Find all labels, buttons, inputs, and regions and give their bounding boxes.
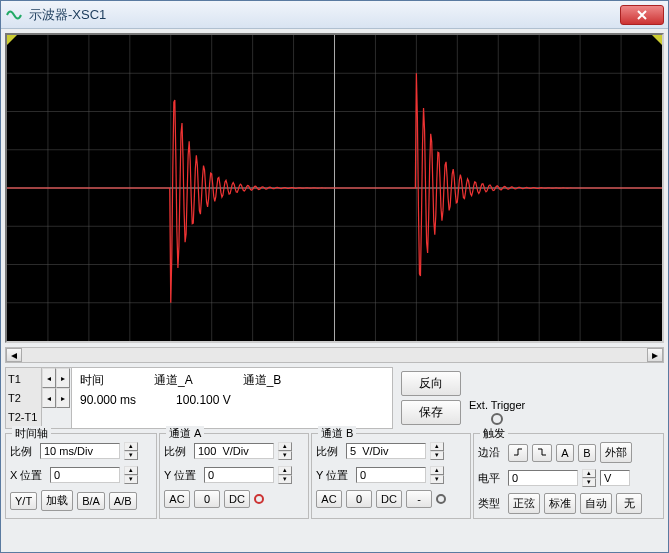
cha-ac-button[interactable]: AC bbox=[164, 490, 190, 508]
reverse-button[interactable]: 反向 bbox=[401, 371, 461, 396]
titlebar: 示波器-XSC1 bbox=[1, 1, 668, 29]
edge-fall-button[interactable] bbox=[532, 444, 552, 462]
trigger-type-label: 类型 bbox=[478, 496, 504, 511]
timebase-xpos-spinner[interactable]: ▴▾ bbox=[124, 466, 138, 484]
ab-button[interactable]: A/B bbox=[109, 492, 137, 510]
cha-ypos-label: Y 位置 bbox=[164, 468, 200, 483]
chb-dc-button[interactable]: DC bbox=[376, 490, 402, 508]
trigger-level-spinner[interactable]: ▴▾ bbox=[582, 469, 596, 487]
trigger-fieldset: 触发 边沿 A B 外部 电平 ▴▾ 类型 正弦 标准 自动 无 bbox=[473, 433, 664, 519]
edge-rise-button[interactable] bbox=[508, 444, 528, 462]
channel-b-fieldset: 通道 B 比例 ▴▾ Y 位置 ▴▾ AC 0 DC - bbox=[311, 433, 471, 519]
cha-legend: 通道 A bbox=[166, 426, 204, 441]
chb-ypos-label: Y 位置 bbox=[316, 468, 352, 483]
rising-edge-icon bbox=[513, 447, 523, 457]
trigger-level-input[interactable] bbox=[508, 470, 578, 486]
channel-a-fieldset: 通道 A 比例 ▴▾ Y 位置 ▴▾ AC 0 DC bbox=[159, 433, 309, 519]
timebase-xpos-label: X 位置 bbox=[10, 468, 46, 483]
chb-ypos-spinner[interactable]: ▴▾ bbox=[430, 466, 444, 484]
side-buttons: 反向 保存 bbox=[401, 367, 461, 429]
trigger-level-label: 电平 bbox=[478, 471, 504, 486]
chb-zero-button[interactable]: 0 bbox=[346, 490, 372, 508]
trigger-level-unit[interactable] bbox=[600, 470, 630, 486]
cursor-diff-label: T2-T1 bbox=[8, 411, 39, 423]
scroll-track[interactable] bbox=[22, 348, 647, 362]
header-chb: 通道_B bbox=[243, 372, 282, 389]
close-button[interactable] bbox=[620, 5, 664, 25]
ext-trigger-label: Ext. Trigger bbox=[469, 399, 525, 411]
timebase-scale-label: 比例 bbox=[10, 444, 36, 459]
trigger-edge-label: 边沿 bbox=[478, 445, 504, 460]
cursor-arrows: ◂▸ ◂▸ bbox=[42, 368, 72, 428]
trigger-auto-button[interactable]: 自动 bbox=[580, 493, 612, 514]
trigger-std-button[interactable]: 标准 bbox=[544, 493, 576, 514]
falling-edge-icon bbox=[537, 447, 547, 457]
t1-right-button[interactable]: ▸ bbox=[56, 368, 70, 388]
scroll-right-button[interactable]: ▸ bbox=[647, 348, 663, 362]
close-icon bbox=[636, 9, 648, 21]
t2-left-button[interactable]: ◂ bbox=[42, 388, 56, 408]
cha-scale-label: 比例 bbox=[164, 444, 190, 459]
cha-scale-input[interactable] bbox=[194, 443, 274, 459]
marker-top-right bbox=[652, 35, 662, 45]
readout-cha: 100.100 V bbox=[176, 393, 231, 407]
trigger-b-button[interactable]: B bbox=[578, 444, 596, 462]
chb-legend: 通道 B bbox=[318, 426, 356, 441]
yt-button[interactable]: Y/T bbox=[10, 492, 37, 510]
ext-trigger-jack bbox=[491, 413, 503, 425]
cha-scale-spinner[interactable]: ▴▾ bbox=[278, 442, 292, 460]
cha-ypos-spinner[interactable]: ▴▾ bbox=[278, 466, 292, 484]
cha-dc-button[interactable]: DC bbox=[224, 490, 250, 508]
header-time: 时间 bbox=[80, 372, 104, 389]
oscilloscope-window: 示波器-XSC1 ◂ ▸ T1 T2 T2-T1 bbox=[0, 0, 669, 553]
chb-minus-button[interactable]: - bbox=[406, 490, 432, 508]
cha-ypos-input[interactable] bbox=[204, 467, 274, 483]
scope-canvas bbox=[7, 35, 662, 341]
horizontal-scrollbar[interactable]: ◂ ▸ bbox=[5, 347, 664, 363]
cursor-readout: 时间 通道_A 通道_B 90.000 ms 100.100 V bbox=[72, 368, 392, 428]
trigger-none-button[interactable]: 无 bbox=[616, 493, 642, 514]
t1-left-button[interactable]: ◂ bbox=[42, 368, 56, 388]
scroll-left-button[interactable]: ◂ bbox=[6, 348, 22, 362]
cha-zero-button[interactable]: 0 bbox=[194, 490, 220, 508]
cursor-t2-label: T2 bbox=[8, 392, 39, 404]
readout-time: 90.000 ms bbox=[80, 393, 136, 407]
trigger-ext-button[interactable]: 外部 bbox=[600, 442, 632, 463]
trigger-legend: 触发 bbox=[480, 426, 508, 441]
cursor-labels: T1 T2 T2-T1 bbox=[6, 368, 42, 428]
ba-button[interactable]: B/A bbox=[77, 492, 105, 510]
trigger-a-button[interactable]: A bbox=[556, 444, 574, 462]
chb-scale-input[interactable] bbox=[346, 443, 426, 459]
add-button[interactable]: 加载 bbox=[41, 490, 73, 511]
timebase-scale-spinner[interactable]: ▴▾ bbox=[124, 442, 138, 460]
timebase-fieldset: 时间轴 比例 ▴▾ X 位置 ▴▾ Y/T 加载 B/A A/B bbox=[5, 433, 157, 519]
header-cha: 通道_A bbox=[154, 372, 193, 389]
cursor-panel: T1 T2 T2-T1 ◂▸ ◂▸ 时间 通道_A 通道_B 90.000 ms… bbox=[5, 367, 393, 429]
timebase-xpos-input[interactable] bbox=[50, 467, 120, 483]
chb-ypos-input[interactable] bbox=[356, 467, 426, 483]
scope-display bbox=[5, 33, 664, 343]
timebase-scale-input[interactable] bbox=[40, 443, 120, 459]
chb-jack-icon bbox=[436, 494, 446, 504]
t2-right-button[interactable]: ▸ bbox=[56, 388, 70, 408]
cursor-t1-label: T1 bbox=[8, 373, 39, 385]
chb-scale-label: 比例 bbox=[316, 444, 342, 459]
timebase-legend: 时间轴 bbox=[12, 426, 51, 441]
window-title: 示波器-XSC1 bbox=[29, 6, 620, 24]
chb-ac-button[interactable]: AC bbox=[316, 490, 342, 508]
marker-top-left bbox=[7, 35, 17, 45]
ext-trigger-panel: Ext. Trigger bbox=[469, 367, 525, 429]
trigger-sine-button[interactable]: 正弦 bbox=[508, 493, 540, 514]
app-icon bbox=[5, 6, 23, 24]
save-button[interactable]: 保存 bbox=[401, 400, 461, 425]
chb-scale-spinner[interactable]: ▴▾ bbox=[430, 442, 444, 460]
cha-jack-icon bbox=[254, 494, 264, 504]
